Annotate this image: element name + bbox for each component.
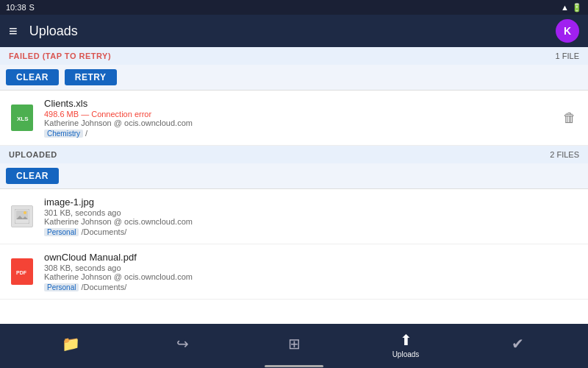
file-info: ownCloud Manual.pdf 308 KB, seconds ago …: [44, 252, 579, 291]
svg-text:XLS: XLS: [17, 116, 29, 122]
file-name: ownCloud Manual.pdf: [44, 252, 579, 263]
avatar[interactable]: K: [556, 19, 579, 43]
failed-btn-row: CLEAR RETRY: [0, 65, 588, 91]
signal-icon: ▲: [561, 3, 569, 12]
file-path: Chemistry /: [44, 129, 560, 138]
file-info: image-1.jpg 301 KB, seconds ago Katherin…: [44, 197, 579, 236]
delete-button[interactable]: 🗑: [560, 107, 579, 129]
nav-item-files[interactable]: 📁: [49, 335, 93, 354]
bottom-nav: 📁 ↪ ⊞ ⬆ Uploads ✔: [0, 324, 588, 365]
uploaded-btn-row: CLEAR: [0, 163, 588, 189]
img-icon: [11, 205, 33, 227]
file-name: image-1.jpg: [44, 197, 579, 208]
failed-retry-button[interactable]: RETRY: [65, 69, 117, 85]
failed-clear-button[interactable]: CLEAR: [6, 69, 59, 85]
menu-icon[interactable]: ≡: [9, 23, 18, 40]
failed-section: FAILED (TAP TO RETRY) 1 FILE CLEAR RETRY…: [0, 47, 588, 146]
file-path: Personal /Documents/: [44, 283, 579, 291]
folder-icon: 📁: [62, 335, 80, 353]
battery-icon: 🔋: [572, 3, 582, 13]
file-user: Katherine Johnson @ ocis.owncloud.com: [44, 118, 560, 127]
uploaded-section-title: UPLOADED: [9, 150, 57, 159]
home-indicator: [0, 365, 588, 368]
upload-icon: ⬆: [400, 331, 412, 349]
file-path-rest: /: [85, 129, 87, 138]
nav-item-uploads[interactable]: ⬆ Uploads: [384, 331, 428, 358]
uploaded-section-header: UPLOADED 2 FILES: [0, 146, 588, 163]
file-user: Katherine Johnson @ ocis.owncloud.com: [44, 217, 579, 226]
check-icon: ✔: [512, 335, 524, 353]
file-tag: Personal: [44, 283, 79, 291]
svg-text:PDF: PDF: [16, 270, 27, 275]
share-icon: ↪: [176, 335, 189, 353]
main-content: FAILED (TAP TO RETRY) 1 FILE CLEAR RETRY…: [0, 47, 588, 324]
file-icon-img: [9, 203, 35, 230]
file-path: Personal /Documents/: [44, 227, 579, 236]
file-name: Clients.xls: [44, 98, 560, 109]
status-bar-right: ▲ 🔋: [561, 3, 582, 13]
nav-item-check[interactable]: ✔: [495, 335, 539, 354]
pdf-icon: PDF: [11, 258, 33, 285]
nav-uploads-label: Uploads: [392, 350, 420, 358]
file-tag: Personal: [44, 228, 79, 236]
table-row: XLS Clients.xls 498.6 MB — Connection er…: [0, 91, 588, 146]
failed-section-header[interactable]: FAILED (TAP TO RETRY) 1 FILE: [0, 47, 588, 65]
home-indicator-bar: [265, 365, 323, 367]
file-tag: Chemistry: [44, 130, 83, 138]
uploaded-section: UPLOADED 2 FILES CLEAR image-1.jpg 301 K…: [0, 146, 588, 300]
file-path-rest: /Documents/: [81, 227, 126, 236]
svg-point-5: [24, 211, 26, 214]
table-row: image-1.jpg 301 KB, seconds ago Katherin…: [0, 189, 588, 244]
nav-item-grid[interactable]: ⊞: [272, 335, 316, 354]
failed-file-count: 1 FILE: [556, 52, 579, 60]
uploaded-clear-button[interactable]: CLEAR: [6, 168, 59, 184]
file-user: Katherine Johnson @ ocis.owncloud.com: [44, 272, 579, 281]
failed-section-title: FAILED (TAP TO RETRY): [9, 52, 111, 60]
file-icon-xls: XLS: [9, 105, 35, 131]
grid-icon: ⊞: [288, 335, 301, 353]
page-title: Uploads: [29, 24, 556, 39]
status-bar: 10:38 S ▲ 🔋: [0, 0, 588, 15]
status-bar-left: 10:38 S: [6, 3, 35, 12]
xls-icon: XLS: [11, 105, 33, 131]
file-meta-ok: 301 KB, seconds ago: [44, 208, 579, 217]
file-icon-pdf: PDF: [9, 258, 35, 285]
status-time: 10:38: [6, 3, 26, 12]
file-info: Clients.xls 498.6 MB — Connection error …: [44, 98, 560, 138]
file-meta-ok: 308 KB, seconds ago: [44, 263, 579, 272]
table-row: PDF ownCloud Manual.pdf 308 KB, seconds …: [0, 244, 588, 300]
app-bar: ≡ Uploads K: [0, 15, 588, 47]
uploaded-file-count: 2 FILES: [550, 150, 579, 159]
file-path-rest: /Documents/: [81, 283, 126, 291]
status-icon: S: [29, 3, 35, 12]
nav-item-share[interactable]: ↪: [160, 335, 204, 354]
file-meta-error: 498.6 MB — Connection error: [44, 110, 560, 118]
